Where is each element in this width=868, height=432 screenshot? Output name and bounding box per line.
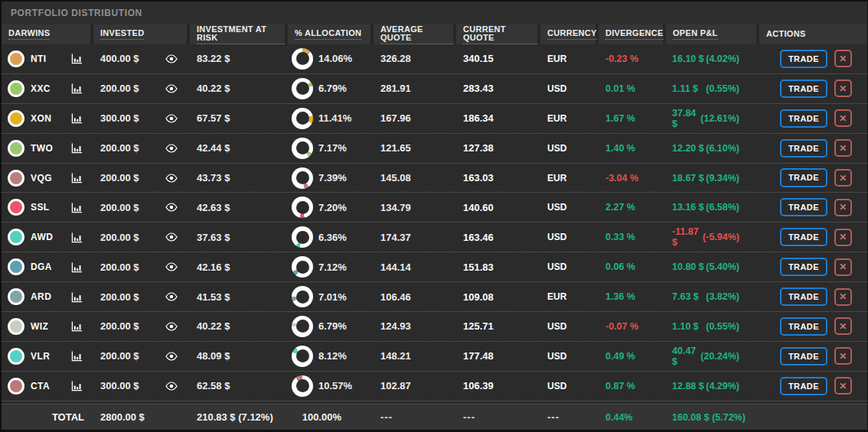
- eye-icon[interactable]: [165, 114, 178, 123]
- column-header-investment-at-risk[interactable]: INVESTMENT AT RISK: [190, 24, 288, 44]
- eye-icon[interactable]: [165, 382, 178, 391]
- allocation-value: 7.20%: [318, 202, 347, 213]
- bar-chart-icon[interactable]: [71, 320, 83, 332]
- eye-icon[interactable]: [165, 322, 178, 331]
- bar-chart-icon[interactable]: [71, 112, 83, 124]
- close-position-icon[interactable]: ✕: [834, 139, 852, 157]
- column-header-current-quote[interactable]: CURRENT QUOTE: [456, 24, 540, 44]
- column-header-open-pnl[interactable]: OPEN P&L: [666, 24, 759, 44]
- allocation-value: 11.41%: [318, 112, 351, 124]
- bar-chart-icon[interactable]: [71, 380, 83, 391]
- panel-title: PORTFOLIO DISTRIBUTION: [11, 8, 142, 18]
- column-header-divergence[interactable]: DIVERGENCE: [599, 24, 666, 44]
- bar-chart-icon[interactable]: [71, 202, 83, 213]
- bar-chart-icon[interactable]: [71, 232, 83, 243]
- trade-button[interactable]: TRADE: [780, 258, 827, 276]
- divergence-cell: -3.04 %: [599, 164, 666, 193]
- darwin-cell: SSL: [2, 193, 93, 222]
- close-position-icon[interactable]: ✕: [834, 109, 852, 127]
- column-header-actions: ACTIONS: [759, 24, 867, 44]
- open-pnl-percent: (0.55%): [706, 83, 739, 94]
- close-position-icon[interactable]: ✕: [834, 199, 852, 216]
- trade-button[interactable]: TRADE: [780, 139, 827, 158]
- trade-button[interactable]: TRADE: [780, 377, 827, 395]
- bar-chart-icon[interactable]: [71, 350, 83, 362]
- column-header-invested[interactable]: INVESTED: [93, 24, 190, 44]
- column-header-allocation[interactable]: % ALLOCATION: [288, 24, 374, 44]
- darwin-ticker: TWO: [31, 143, 53, 154]
- close-position-icon[interactable]: ✕: [834, 288, 852, 306]
- open-pnl-cell: 1.11 $ (0.55%): [666, 74, 759, 103]
- trade-button[interactable]: TRADE: [780, 80, 827, 98]
- panel: PORTFOLIO DISTRIBUTION DARWINS INVESTED …: [2, 2, 867, 430]
- trade-button[interactable]: TRADE: [780, 287, 827, 306]
- investment-at-risk-cell: 42.44 $: [190, 134, 288, 163]
- darwin-avatar: [8, 229, 24, 245]
- divergence-value: 0.33 %: [605, 232, 635, 242]
- risk-value: 42.16 $: [197, 261, 230, 273]
- close-position-icon[interactable]: ✕: [834, 347, 852, 365]
- close-position-icon[interactable]: ✕: [834, 317, 852, 335]
- eye-icon[interactable]: [165, 352, 178, 361]
- eye-icon[interactable]: [165, 262, 178, 271]
- open-pnl-value: -11.87 $: [672, 226, 703, 248]
- allocation-value: 8.12%: [318, 350, 347, 362]
- allocation-cell: 8.12%: [288, 342, 374, 371]
- invested-cell: 200.00 $: [93, 222, 190, 252]
- trade-button[interactable]: TRADE: [780, 347, 827, 365]
- bar-chart-icon[interactable]: [71, 291, 83, 303]
- bar-chart-icon[interactable]: [71, 172, 83, 184]
- table-row: CTA 300.00 $ 62.58 $: [2, 372, 867, 401]
- currency-cell: USD: [540, 372, 599, 401]
- close-position-icon[interactable]: ✕: [834, 229, 852, 246]
- close-position-icon[interactable]: ✕: [834, 169, 852, 187]
- allocation-donut-chart: [292, 375, 313, 397]
- bar-chart-icon[interactable]: [71, 261, 83, 273]
- bar-chart-icon[interactable]: [71, 53, 83, 64]
- eye-icon[interactable]: [165, 232, 178, 242]
- currency-cell: USD: [540, 312, 599, 341]
- open-pnl-cell: 7.63 $ (3.82%): [666, 282, 759, 311]
- bar-chart-icon[interactable]: [71, 83, 83, 94]
- currency-cell: USD: [540, 222, 599, 252]
- darwin-ticker: DGA: [31, 261, 52, 272]
- currency-value: USD: [547, 202, 566, 213]
- open-pnl-value: 1.10 $: [672, 321, 699, 332]
- currency-value: EUR: [547, 291, 566, 302]
- invested-value: 200.00 $: [100, 232, 139, 243]
- darwin-ticker: ARD: [31, 291, 51, 302]
- trade-button[interactable]: TRADE: [780, 50, 827, 68]
- trade-button[interactable]: TRADE: [780, 228, 827, 246]
- column-header-darwins[interactable]: DARWINS: [2, 24, 93, 44]
- eye-icon[interactable]: [165, 292, 178, 301]
- average-quote-value: 174.37: [380, 232, 411, 243]
- eye-icon[interactable]: [165, 174, 178, 183]
- column-header-average-quote[interactable]: AVERAGE QUOTE: [374, 24, 456, 44]
- darwin-ticker: VQG: [31, 173, 52, 184]
- bar-chart-icon[interactable]: [71, 142, 83, 154]
- allocation-donut-chart: [292, 286, 313, 307]
- risk-value: 83.22 $: [197, 53, 230, 64]
- eye-icon[interactable]: [165, 84, 178, 93]
- total-open-pnl: 160.08 $ (5.72%): [666, 404, 759, 430]
- current-quote-cell: 125.71: [456, 312, 540, 341]
- open-pnl-cell: 18.67 $ (9.34%): [666, 164, 759, 193]
- divergence-cell: 0.49 %: [599, 342, 666, 371]
- table-row: WIZ 200.00 $ 40.22 $: [2, 312, 867, 342]
- close-position-icon[interactable]: ✕: [834, 50, 852, 67]
- close-position-icon[interactable]: ✕: [834, 258, 852, 276]
- close-position-icon[interactable]: ✕: [834, 80, 852, 97]
- trade-button[interactable]: TRADE: [780, 168, 827, 187]
- eye-icon[interactable]: [165, 144, 178, 153]
- trade-button[interactable]: TRADE: [780, 317, 827, 336]
- trade-button[interactable]: TRADE: [780, 109, 827, 128]
- trade-button[interactable]: TRADE: [780, 198, 827, 216]
- eye-icon[interactable]: [165, 54, 178, 63]
- close-position-icon[interactable]: ✕: [834, 377, 852, 395]
- eye-icon[interactable]: [165, 203, 178, 212]
- darwin-cell: XON: [2, 104, 93, 133]
- panel-titlebar: PORTFOLIO DISTRIBUTION: [2, 2, 867, 24]
- average-quote-value: 134.79: [380, 202, 411, 213]
- column-header-currency[interactable]: CURRENCY: [540, 24, 599, 44]
- open-pnl-value: 37.84 $: [672, 108, 700, 129]
